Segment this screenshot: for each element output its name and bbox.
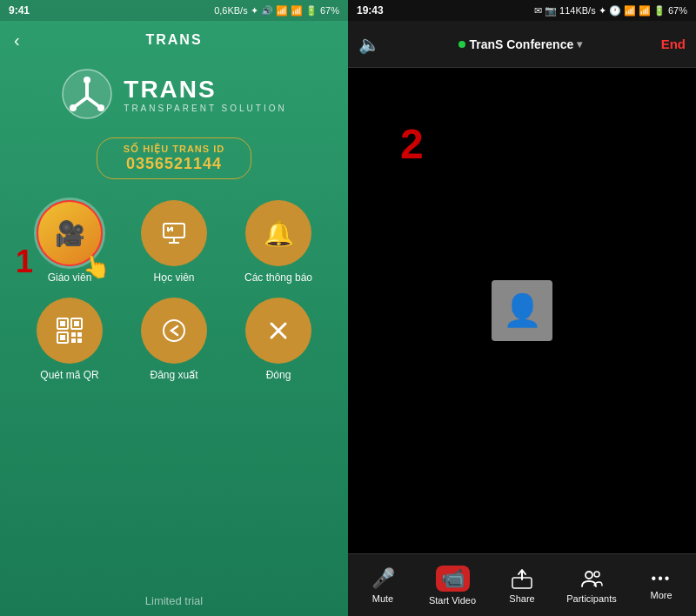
right-time: 19:43 [357, 4, 384, 17]
qr-icon [55, 316, 84, 345]
svg-rect-20 [77, 332, 82, 337]
menu-item-thong-bao[interactable]: 🔔 Các thông báo [235, 200, 322, 284]
share-label: Share [509, 593, 534, 604]
svg-point-6 [97, 104, 104, 111]
video-area: 2 👤 [348, 68, 696, 553]
right-status-icons: ✉ 📷 114KB/s ✦ 🕐 📶 📶 🔋 67% [534, 5, 687, 17]
online-dot [458, 41, 465, 48]
trans-logo-icon [61, 68, 113, 120]
qr-label: Quét mã QR [40, 369, 98, 381]
svg-rect-19 [71, 332, 76, 337]
left-panel: 9:41 0,6KB/s ✦ 🔊 📶 📶 🔋 67% ‹ TRANS TRANS… [0, 0, 348, 616]
dang-xuat-circle[interactable] [141, 298, 207, 364]
share-icon [511, 567, 533, 590]
cursor-hand: 👆 [80, 251, 112, 282]
back-button[interactable]: ‹ [14, 30, 20, 50]
svg-point-23 [164, 320, 184, 341]
mute-button[interactable]: 🎤 Mute [357, 567, 409, 604]
left-status-bar: 9:41 0,6KB/s ✦ 🔊 📶 📶 🔋 67% [0, 0, 348, 21]
menu-item-dang-xuat[interactable]: Đăng xuất [130, 298, 218, 381]
participants-icon [580, 567, 603, 590]
left-status-icons: 0,6KB/s ✦ 🔊 📶 📶 🔋 67% [214, 5, 339, 17]
bottom-bar: 🎤 Mute 📹 Start Video Share Participants [348, 553, 696, 616]
mute-label: Mute [372, 593, 393, 604]
dong-circle[interactable] [245, 298, 311, 364]
svg-rect-22 [77, 338, 82, 343]
menu-item-qr-code[interactable]: Quét mã QR [26, 298, 113, 381]
right-status-bar: 19:43 ✉ 📷 114KB/s ✦ 🕐 📶 📶 🔋 67% [348, 0, 696, 21]
logo-trans-text: TRANS [124, 76, 286, 104]
trans-id-label: SỐ HIỆU TRANS ID [124, 144, 224, 155]
monitor-icon [160, 219, 188, 247]
camera-icon: 🎥 [55, 219, 85, 248]
more-label: More [650, 590, 672, 600]
more-icon: ••• [652, 571, 672, 586]
share-button[interactable]: Share [496, 567, 548, 604]
right-header: 🔈 TranS Conference ▾ End [348, 21, 696, 68]
thong-bao-circle[interactable]: 🔔 [245, 200, 311, 266]
giao-vien-circle[interactable]: 🎥 👆 [37, 200, 103, 266]
svg-rect-18 [60, 335, 65, 340]
conf-name-text: TranS Conference [469, 37, 573, 51]
svg-point-4 [84, 77, 90, 84]
video-icon: 📹 [436, 566, 470, 592]
svg-rect-7 [164, 224, 184, 238]
trans-id-number: 0356521144 [124, 155, 224, 173]
svg-rect-16 [74, 321, 79, 326]
hoc-vien-circle[interactable] [141, 200, 207, 266]
menu-item-hoc-vien[interactable]: Học viên [130, 200, 218, 284]
svg-rect-14 [60, 321, 65, 326]
app-title: TRANS [145, 32, 202, 48]
start-video-label: Start Video [429, 595, 476, 606]
thong-bao-label: Các thông báo [244, 271, 312, 284]
close-x-icon [264, 316, 293, 345]
svg-point-5 [70, 104, 77, 111]
logo-sub-text: TRANSPARENT SOLUTION [124, 104, 286, 113]
more-button[interactable]: ••• More [635, 571, 687, 600]
participants-label: Participants [566, 593, 616, 604]
conf-name[interactable]: TranS Conference ▾ [458, 37, 582, 51]
step2-number: 2 [400, 120, 424, 168]
header-center: TranS Conference ▾ [458, 37, 582, 51]
svg-rect-21 [71, 338, 76, 343]
logo-area: TRANS TRANSPARENT SOLUTION [61, 68, 286, 120]
menu-item-giao-vien[interactable]: 🎥 👆 Giáo viên [26, 200, 113, 284]
menu-item-dong[interactable]: Đóng [235, 298, 322, 381]
limited-trial-text: Limited trial [145, 594, 203, 607]
qr-code-circle[interactable] [37, 298, 103, 364]
chevron-down-icon: ▾ [577, 38, 582, 50]
avatar-placeholder: 👤 [492, 280, 552, 341]
right-panel: 19:43 ✉ 📷 114KB/s ✦ 🕐 📶 📶 🔋 67% 🔈 TranS … [348, 0, 696, 616]
hoc-vien-label: Học viên [153, 271, 194, 284]
left-title-bar: ‹ TRANS [0, 21, 348, 59]
person-silhouette-icon: 👤 [503, 292, 542, 329]
end-button[interactable]: End [661, 37, 686, 51]
svg-point-29 [594, 572, 599, 577]
dang-xuat-label: Đăng xuất [150, 369, 197, 381]
start-video-button[interactable]: 📹 Start Video [426, 566, 478, 606]
trans-id-box: SỐ HIỆU TRANS ID 0356521144 [97, 137, 251, 179]
left-time: 9:41 [9, 4, 30, 17]
participants-button[interactable]: Participants [566, 567, 618, 604]
menu-grid: 🎥 👆 Giáo viên Học viên 🔔 [26, 200, 322, 381]
logout-icon [159, 316, 189, 345]
bell-icon: 🔔 [264, 219, 294, 248]
audio-icon[interactable]: 🔈 [358, 34, 380, 55]
svg-point-28 [586, 572, 592, 579]
dong-label: Đóng [266, 369, 291, 381]
logo-text: TRANS TRANSPARENT SOLUTION [124, 76, 286, 113]
mute-icon: 🎤 [371, 567, 395, 590]
